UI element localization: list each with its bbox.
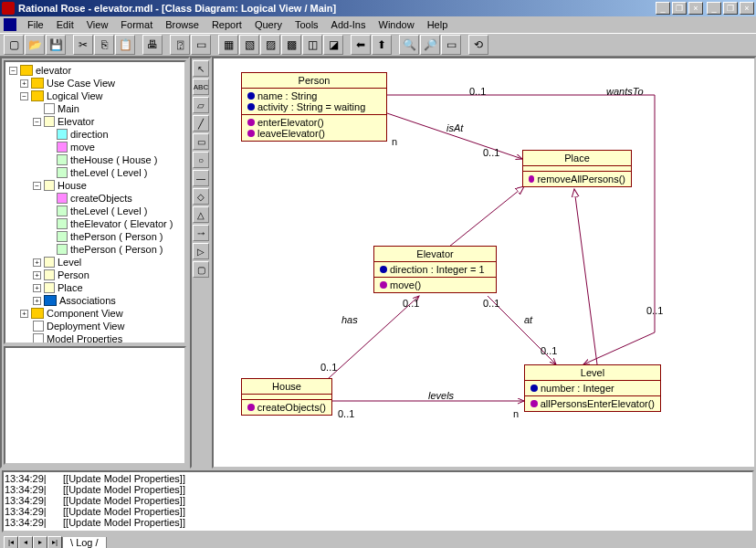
- menu-browse[interactable]: Browse: [160, 18, 205, 31]
- assoc-tool[interactable]: —: [193, 170, 209, 186]
- tree-usecase-view[interactable]: +Use Case View: [7, 77, 183, 90]
- class-tool[interactable]: ▭: [193, 133, 209, 150]
- new-button[interactable]: ▢: [4, 35, 24, 55]
- tree-thehouse[interactable]: theHouse ( House ): [7, 153, 183, 166]
- browse-class-button[interactable]: ▦: [218, 35, 238, 55]
- restore-button[interactable]: ❐: [723, 2, 738, 15]
- menu-addins[interactable]: Add-Ins: [326, 18, 372, 31]
- restore-inner-button[interactable]: ❐: [672, 2, 687, 15]
- menu-tools[interactable]: Tools: [289, 18, 324, 31]
- package-tool[interactable]: ▢: [193, 261, 209, 278]
- log-prev-button[interactable]: ◂: [18, 536, 33, 548]
- browse-deployment-button[interactable]: ▩: [281, 35, 301, 55]
- menu-edit[interactable]: Edit: [51, 18, 79, 31]
- mult-house-levels: 0..1: [338, 408, 354, 419]
- toolbar: ▢ 📂 💾 ✂ ⎘ 📋 🖶 ⍰ ▭ ▦ ▧ ▨ ▩ ◫ ◪ ⬅ ⬆ 🔍 🔎 ▭ …: [0, 33, 756, 57]
- tree-move[interactable]: move: [7, 141, 183, 153]
- documentation-box[interactable]: [4, 346, 186, 465]
- log-panel[interactable]: 13:34:29| [[Update Model Properties]] 13…: [2, 470, 754, 532]
- save-button[interactable]: 💾: [46, 35, 66, 55]
- print-button[interactable]: 🖶: [142, 35, 163, 55]
- fit-button[interactable]: ▭: [441, 35, 461, 55]
- tree-component-view[interactable]: +Component View: [7, 307, 183, 320]
- tree-person[interactable]: +Person: [7, 269, 183, 281]
- close-inner-button[interactable]: ×: [688, 2, 703, 15]
- class-person[interactable]: Person name : String activity : String =…: [241, 72, 387, 142]
- cut-button[interactable]: ✂: [73, 35, 93, 55]
- tree-root[interactable]: −elevator: [7, 64, 183, 77]
- person-op-enter: enterElevator(): [257, 117, 324, 128]
- undo-button[interactable]: ⟲: [468, 35, 488, 55]
- svg-line-4: [319, 296, 419, 387]
- diagram-canvas[interactable]: Person name : String activity : String =…: [212, 57, 756, 469]
- select-tool[interactable]: ↖: [193, 60, 209, 77]
- next-button[interactable]: ⬆: [372, 35, 392, 55]
- tree-logical-view[interactable]: −Logical View: [7, 90, 183, 102]
- tree-model-properties[interactable]: Model Properties: [7, 332, 183, 344]
- tree-createobjects[interactable]: createObjects: [7, 192, 183, 205]
- menu-format[interactable]: Format: [115, 18, 158, 31]
- log-last-button[interactable]: ▸|: [47, 536, 62, 548]
- paste-button[interactable]: 📋: [115, 35, 135, 55]
- tree-main[interactable]: Main: [7, 102, 183, 115]
- dep-tool[interactable]: ⤍: [193, 225, 209, 241]
- tree-associations[interactable]: +Associations: [7, 294, 183, 307]
- open-button[interactable]: 📂: [25, 35, 45, 55]
- zoom-in-button[interactable]: 🔍: [399, 35, 419, 55]
- title-text: Rational Rose - elevator.mdl - [Class Di…: [18, 3, 656, 14]
- tree-house-person2[interactable]: thePerson ( Person ): [7, 243, 183, 256]
- zoom-out-button[interactable]: 🔎: [420, 35, 440, 55]
- tree-house-level[interactable]: theLevel ( Level ): [7, 205, 183, 217]
- tree-house-person1[interactable]: thePerson ( Person ): [7, 230, 183, 243]
- close-button[interactable]: ×: [740, 2, 754, 15]
- menu-file[interactable]: File: [22, 18, 49, 31]
- menu-query[interactable]: Query: [249, 18, 288, 31]
- model-tree[interactable]: −elevator +Use Case View −Logical View M…: [4, 60, 186, 344]
- menu-window[interactable]: Window: [373, 18, 420, 31]
- browse-usecase-button[interactable]: ▧: [239, 35, 259, 55]
- browse-interaction-button[interactable]: ◪: [323, 35, 343, 55]
- elev-op-move: move(): [390, 279, 421, 290]
- menu-view[interactable]: View: [81, 18, 114, 31]
- prev-button[interactable]: ⬅: [351, 35, 371, 55]
- mult-person-n: n: [392, 136, 397, 147]
- anchor-tool[interactable]: ╱: [193, 115, 209, 132]
- class-place[interactable]: Place removeAllPersons(): [522, 150, 632, 187]
- log-first-button[interactable]: |◂: [4, 536, 18, 548]
- realize-tool[interactable]: ▷: [193, 243, 209, 259]
- class-level[interactable]: Level number : Integer allPersonsEnterEl…: [524, 364, 661, 412]
- log-next-button[interactable]: ▸: [33, 536, 47, 548]
- gen-tool[interactable]: △: [193, 206, 209, 223]
- help-button[interactable]: ⍰: [170, 35, 190, 55]
- tree-thelevel[interactable]: theLevel ( Level ): [7, 166, 183, 179]
- tree-place[interactable]: +Place: [7, 281, 183, 294]
- menu-report[interactable]: Report: [206, 18, 247, 31]
- text-tool[interactable]: ABC: [193, 79, 209, 95]
- log-tab[interactable]: \ Log /: [62, 537, 107, 549]
- tree-level[interactable]: +Level: [7, 256, 183, 269]
- minimize-button[interactable]: _: [707, 2, 721, 15]
- aggr-tool[interactable]: ◇: [193, 188, 209, 205]
- interface-tool[interactable]: ○: [193, 152, 209, 168]
- class-house-name: House: [242, 379, 331, 395]
- tree-house-elevator[interactable]: theElevator ( Elevator ): [7, 217, 183, 230]
- tool-palette: ↖ ABC ▱ ╱ ▭ ○ — ◇ △ ⤍ ▷ ▢: [190, 57, 212, 469]
- doc-icon[interactable]: [4, 18, 16, 31]
- level-attr-number: number : Integer: [541, 383, 614, 394]
- browser-panel: −elevator +Use Case View −Logical View M…: [0, 57, 190, 469]
- person-op-leave: leaveElevator(): [257, 128, 325, 139]
- browse-state-button[interactable]: ◫: [302, 35, 322, 55]
- tree-deployment-view[interactable]: Deployment View: [7, 320, 183, 332]
- tree-elevator[interactable]: −Elevator: [7, 115, 183, 128]
- person-attr-name: name : String: [257, 90, 317, 101]
- tree-house[interactable]: −House: [7, 179, 183, 192]
- class-elevator[interactable]: Elevator direction : Integer = 1 move(): [373, 246, 497, 293]
- copy-button[interactable]: ⎘: [94, 35, 114, 55]
- minimize-inner-button[interactable]: _: [656, 2, 670, 15]
- tree-direction[interactable]: direction: [7, 128, 183, 141]
- window-button[interactable]: ▭: [191, 35, 211, 55]
- class-house[interactable]: House createObjects(): [241, 378, 332, 416]
- menu-help[interactable]: Help: [422, 18, 454, 31]
- note-tool[interactable]: ▱: [193, 97, 209, 113]
- browse-component-button[interactable]: ▨: [260, 35, 280, 55]
